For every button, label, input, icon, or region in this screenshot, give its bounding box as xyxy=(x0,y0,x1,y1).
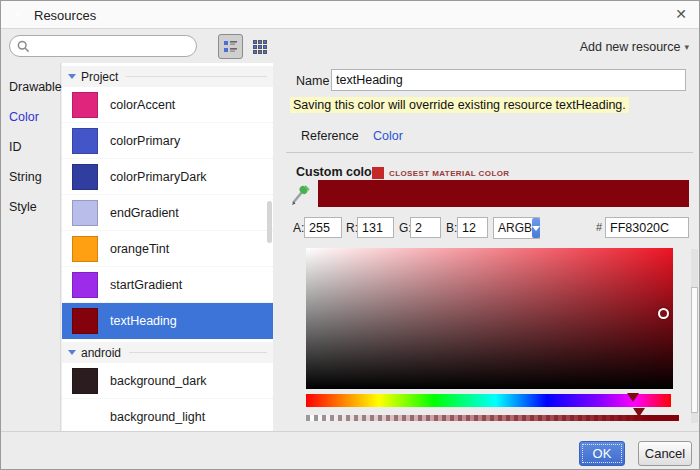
hue-slider[interactable] xyxy=(306,394,671,407)
closest-material-swatch[interactable] xyxy=(372,167,384,179)
alpha-label: A: xyxy=(293,221,304,235)
list-item-colorPrimaryDark[interactable]: colorPrimaryDark xyxy=(62,159,273,195)
hex-input[interactable] xyxy=(605,217,689,238)
title-bar: Resources ✕ xyxy=(1,1,699,29)
blue-input[interactable] xyxy=(457,217,488,238)
list-item-endGradient[interactable]: endGradient xyxy=(62,195,273,231)
search-box[interactable] xyxy=(9,35,197,57)
section-header-label: android xyxy=(81,346,121,360)
android-app-icon xyxy=(11,7,27,23)
override-warning: Saving this color will override existing… xyxy=(290,97,629,113)
chevron-down-icon: ▾ xyxy=(684,42,689,52)
list-view-icon xyxy=(223,40,238,53)
close-icon[interactable]: ✕ xyxy=(675,6,687,22)
tab-color[interactable]: Color xyxy=(373,129,403,143)
search-input[interactable] xyxy=(35,37,196,55)
list-item-startGradient[interactable]: startGradient xyxy=(62,267,273,303)
footer-bar: OK Cancel xyxy=(1,431,699,470)
collapse-triangle-icon xyxy=(68,74,76,79)
color-swatch xyxy=(72,164,98,190)
color-editor-panel: Name Saving this color will override exi… xyxy=(273,63,700,431)
tabs-divider xyxy=(286,152,693,153)
tab-reference[interactable]: Reference xyxy=(301,129,359,143)
name-input[interactable] xyxy=(331,69,686,91)
toolbar: Add new resource ▾ xyxy=(1,30,699,63)
list-item-colorAccent[interactable]: colorAccent xyxy=(62,87,273,123)
sidebar-item-color[interactable]: Color xyxy=(1,102,60,132)
list-item-colorPrimary[interactable]: colorPrimary xyxy=(62,123,273,159)
search-icon xyxy=(17,40,30,53)
grid-view-icon xyxy=(252,39,268,55)
section-header-label: Project xyxy=(81,70,118,84)
format-dropdown-button[interactable] xyxy=(532,218,540,238)
color-swatch xyxy=(72,92,98,118)
sidebar-item-id[interactable]: ID xyxy=(1,132,60,162)
section-header-project[interactable]: Project xyxy=(62,66,273,87)
resource-list: Project colorAccent colorPrimary colorPr… xyxy=(62,63,273,431)
color-swatch xyxy=(72,308,98,334)
hue-slider-marker[interactable] xyxy=(627,393,639,402)
add-new-resource-label: Add new resource xyxy=(580,40,681,54)
alpha-input[interactable] xyxy=(304,217,342,238)
custom-color-label: Custom color xyxy=(296,165,377,179)
sidebar-item-drawable[interactable]: Drawable xyxy=(1,72,60,102)
format-value: ARGB xyxy=(494,221,532,235)
format-dropdown[interactable]: ARGB xyxy=(493,217,540,239)
closest-material-label: CLOSEST MATERIAL COLOR xyxy=(389,169,510,178)
ok-button[interactable]: OK xyxy=(579,441,625,466)
list-view-button[interactable] xyxy=(218,34,243,59)
current-color-bar xyxy=(318,180,689,207)
list-item-textHeading[interactable]: textHeading xyxy=(62,303,273,339)
section-header-android[interactable]: android xyxy=(62,342,273,363)
alpha-slider-marker[interactable] xyxy=(633,408,645,417)
list-scrollbar-thumb[interactable] xyxy=(267,201,272,243)
list-item-background_light[interactable]: background_light xyxy=(62,399,273,431)
window-title: Resources xyxy=(34,8,96,23)
color-swatch xyxy=(72,272,98,298)
red-input[interactable] xyxy=(357,217,394,238)
hex-label: # xyxy=(596,221,602,233)
list-item-orangeTint[interactable]: orangeTint xyxy=(62,231,273,267)
color-swatch xyxy=(72,128,98,154)
saturation-brightness-picker[interactable] xyxy=(306,248,673,389)
collapse-triangle-icon xyxy=(68,350,76,355)
green-input[interactable] xyxy=(410,217,441,238)
chevron-down-icon xyxy=(532,226,540,231)
blue-label: B: xyxy=(446,221,457,235)
resource-type-sidebar: Drawable Color ID String Style xyxy=(1,63,61,431)
list-item-background_dark[interactable]: background_dark xyxy=(62,363,273,399)
add-new-resource-button[interactable]: Add new resource ▾ xyxy=(580,30,689,63)
color-swatch xyxy=(72,368,98,394)
color-swatch xyxy=(72,404,98,430)
name-label: Name xyxy=(296,74,329,88)
picker-cursor[interactable] xyxy=(658,308,669,319)
grid-view-button[interactable] xyxy=(247,34,272,59)
panel-scrollbar-thumb[interactable] xyxy=(691,287,698,413)
panel-scrollbar[interactable] xyxy=(691,249,698,423)
cancel-button[interactable]: Cancel xyxy=(638,441,692,466)
sidebar-item-string[interactable]: String xyxy=(1,162,60,192)
color-swatch xyxy=(72,200,98,226)
sidebar-item-style[interactable]: Style xyxy=(1,192,60,222)
resources-dialog: Resources ✕ xyxy=(0,0,700,470)
color-swatch xyxy=(72,236,98,262)
alpha-slider[interactable] xyxy=(306,415,679,421)
eyedropper-icon[interactable] xyxy=(289,183,311,207)
